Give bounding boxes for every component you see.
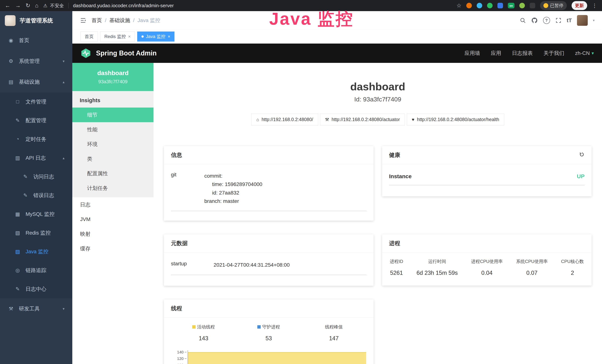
legend-peak-threads: 线程峰值 147 [301,324,366,342]
avatar[interactable] [577,15,588,26]
extension-on-icon[interactable]: on [508,3,515,8]
sidebar-item-infrastructure[interactable]: ▤ 基础设施 ▴ [0,72,72,92]
sba-nav-applications[interactable]: 应用 [491,50,501,57]
search-icon[interactable] [520,17,526,23]
browser-menu-icon[interactable]: ⋮ [592,3,597,9]
stat-cpu-cores: CPU核心数 2 [561,258,584,276]
bookmark-star-icon[interactable]: ☆ [456,3,462,8]
sidebar-item-tracing[interactable]: ◎ 链路追踪 [0,261,72,280]
spring-boot-admin: Spring Boot Admin 应用墙 应用 日志报表 关于我们 zh-CN… [72,43,602,364]
sidebar-item-api-logs[interactable]: ▥ API 日志 ▴ [0,149,72,167]
history-icon[interactable] [579,152,585,159]
tab-home[interactable]: 首页 [80,32,98,42]
git-commit-line: commit: [204,172,366,180]
extension-icon[interactable] [530,3,535,8]
sba-nav-wallboard[interactable]: 应用墙 [465,50,480,57]
sba-nav-about[interactable]: 关于我们 [544,50,564,57]
annotation-text: Java 监控 [269,7,354,30]
main-row: 芋道管理系统 ◉ 首页 ⚙ 系统管理 ▾ ▤ 基础设施 ▴ [0,11,602,364]
close-icon[interactable]: × [168,34,170,39]
font-size-icon[interactable]: tT [567,17,572,23]
tools-icon: ⚒ [8,306,14,312]
sidebar-item-label: API 日志 [26,154,46,161]
breadcrumb-home[interactable]: 首页 [92,17,102,24]
fullscreen-icon[interactable] [555,17,562,23]
stat-process-cpu: 进程CPU使用率 0.04 [471,258,503,276]
extension-icon[interactable] [487,3,493,8]
extension-icon[interactable] [497,3,503,8]
chevron-up-icon: ▴ [63,80,64,84]
sidebar-item-error-logs[interactable]: ✎ 错误日志 [0,186,72,205]
extension-icon[interactable] [519,3,525,8]
refresh-icon[interactable]: ↻ [26,3,30,8]
sidebar-item-log-center[interactable]: ✎ 日志中心 [0,280,72,298]
target-icon: ◎ [14,268,21,273]
sidebar-item-redis-monitor[interactable]: ▧ Redis 监控 [0,224,72,242]
page-title: dashboard [164,80,592,93]
health-url-label: http://192.168.0.2:48080/actuator/health [417,117,499,122]
sidebar-item-system-mgmt[interactable]: ⚙ 系统管理 ▾ [0,51,72,72]
screen: Java 监控 ← → ↻ ⌂ ⚠ 不安全 dashboard.yudao.io… [0,0,602,364]
active-tab-dot [141,35,144,38]
tab-java-monitor[interactable]: Java 监控 × [137,32,174,42]
sba-language-select[interactable]: zh-CN ▾ [575,50,594,56]
sba-item-mappings[interactable]: 映射 [72,227,153,241]
sidebar-item-dev-tools[interactable]: ⚒ 研发工具 ▾ [0,298,72,319]
back-icon[interactable]: ← [5,3,10,8]
sba-instance-block[interactable]: dashboard 93a3fc7f7409 [72,63,153,91]
paused-badge[interactable]: 已暂停 [540,1,567,10]
sidebar-item-mysql-monitor[interactable]: ▦ MySQL 监控 [0,205,72,224]
actuator-url-link[interactable]: ⚒ http://192.168.0.2:48080/actuator [320,114,405,125]
health-url-link[interactable]: ♥ http://192.168.0.2:48080/actuator/heal… [407,114,504,125]
home-icon: ⌂ [256,117,259,122]
sidebar-item-label: 定时任务 [26,136,46,143]
sba-item-caches[interactable]: 缓存 [72,241,153,256]
sidebar-item-home[interactable]: ◉ 首页 [0,30,72,51]
sba-item-scheduled[interactable]: 计划任务 [72,181,153,195]
info-card: 信息 git commit: time: 1596289704000 id: 2 [164,146,374,221]
sidebar-item-java-monitor[interactable]: ▨ Java 监控 [0,242,72,261]
sidebar-item-config-mgmt[interactable]: ✎ 配置管理 [0,111,72,130]
threads-chart: 140 120 100 [171,350,366,364]
health-card-body: Instance UP [382,164,592,196]
y-axis-tick: 120 [171,356,186,361]
sba-item-environment[interactable]: 环境 [72,137,153,151]
sidebar-item-access-logs[interactable]: ✎ 访问日志 [0,167,72,186]
sba-nav: 应用墙 应用 日志报表 关于我们 zh-CN ▾ [465,50,594,57]
sba-item-jvm[interactable]: JVM [72,212,153,227]
instance-links: ⌂ http://192.168.0.2:48080/ ⚒ http://192… [164,114,592,125]
collapse-sidebar-icon[interactable] [80,17,86,24]
redis-icon: ▧ [14,230,21,236]
sidebar-item-label: 首页 [19,37,29,44]
sidebar-item-label: 基础设施 [19,78,40,86]
health-card-title: 健康 [389,151,400,159]
home-icon[interactable]: ⌂ [35,3,38,8]
sidebar-item-label: 链路追踪 [26,267,46,274]
address-bar[interactable]: ⚠ 不安全 dashboard.yudao.iocoder.cn/infra/a… [43,3,452,9]
sidebar-item-scheduled-tasks[interactable]: ◔ 定时任务 [0,130,72,149]
forward-icon[interactable]: → [15,3,21,8]
service-url-link[interactable]: ⌂ http://192.168.0.2:48080/ [251,114,318,125]
extension-icon[interactable] [466,3,472,8]
help-icon[interactable]: ? [543,17,550,24]
sba-item-logs[interactable]: 日志 [72,197,153,212]
sidebar-item-file-mgmt[interactable]: □ 文件管理 [0,92,72,111]
sba-item-config-props[interactable]: 配置属性 [72,166,153,181]
sba-nav-journal[interactable]: 日志报表 [512,50,533,57]
update-button[interactable]: 更新 [572,1,587,10]
close-icon[interactable]: × [128,34,131,39]
tab-redis-monitor[interactable]: Redis 监控 × [100,32,135,42]
sba-content: dashboard Id: 93a3fc7f7409 ⌂ http://192.… [153,63,602,364]
sba-item-details[interactable]: 细节 [72,107,153,122]
sba-item-performance[interactable]: 性能 [72,122,153,137]
breadcrumb-separator: / [105,17,107,23]
app-logo-image [5,15,16,26]
app-title: 芋道管理系统 [20,17,53,24]
legend-value: 53 [236,335,301,342]
extension-icon[interactable] [477,3,482,8]
sidebar-item-label: 研发工具 [19,305,40,312]
github-icon[interactable] [531,17,538,24]
sba-item-classes[interactable]: 类 [72,151,153,166]
chevron-up-icon: ▴ [63,156,64,160]
breadcrumb-infrastructure[interactable]: 基础设施 [109,17,130,24]
